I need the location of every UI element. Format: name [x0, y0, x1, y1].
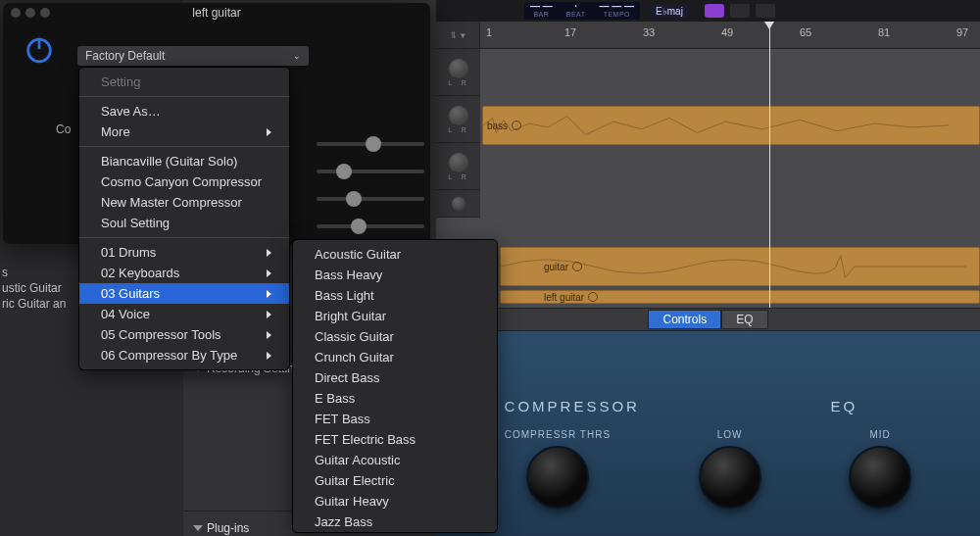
ruler-controls[interactable]: ⥮ ▾	[436, 22, 480, 48]
pan-knob[interactable]	[449, 59, 468, 78]
lr-label: L R	[448, 173, 468, 180]
menu-more[interactable]: More	[79, 122, 289, 142]
submenu-item[interactable]: FET Electric Bass	[293, 429, 497, 450]
bar-number: 33	[643, 26, 655, 38]
window-traffic-lights[interactable]	[11, 8, 50, 18]
track-header[interactable]: L R	[436, 96, 480, 143]
menu-recent-item[interactable]: New Master Compressor	[79, 192, 289, 213]
submenu-item[interactable]: Bass Light	[293, 285, 497, 306]
bar-number: 97	[956, 26, 968, 38]
tab-eq[interactable]: EQ	[721, 310, 767, 329]
loop-icon	[588, 292, 598, 302]
audio-region-guitar[interactable]: guitar	[500, 247, 980, 286]
chevron-down-icon: ⌄	[293, 51, 301, 61]
submenu-item[interactable]: Guitar Heavy	[293, 491, 497, 512]
track-header[interactable]	[436, 190, 480, 218]
menu-separator	[79, 96, 289, 97]
section-title: Plug-ins	[207, 521, 249, 535]
submenu-item[interactable]: Bass Heavy	[293, 265, 497, 285]
plugin-sliders	[317, 119, 424, 252]
chevron-right-icon	[267, 331, 271, 339]
submenu-item[interactable]: E Bass	[293, 388, 497, 409]
menu-category[interactable]: 02 Keyboards	[79, 263, 289, 283]
ruler-numbers: 1 17 33 49 65 81 97	[480, 22, 980, 48]
menu-category[interactable]: 01 Drums	[79, 242, 289, 263]
toolbar-button[interactable]	[730, 4, 750, 18]
track-item[interactable]: s	[2, 265, 71, 280]
eq-low-knob[interactable]	[699, 446, 761, 509]
window-title: left guitar	[3, 3, 430, 23]
chevron-right-icon	[267, 249, 271, 257]
waveform	[483, 107, 949, 144]
bar-number: 17	[564, 26, 576, 38]
knob-label: LOW	[717, 429, 743, 440]
toolbar-button[interactable]	[756, 4, 775, 18]
lr-label: L R	[448, 126, 468, 133]
editor-tabs: Controls EQ	[436, 308, 980, 331]
pan-knob[interactable]	[449, 153, 468, 172]
menu-category[interactable]: 04 Voice	[79, 304, 289, 324]
power-button[interactable]	[23, 32, 56, 66]
tab-controls[interactable]: Controls	[648, 310, 721, 329]
slider[interactable]	[317, 224, 424, 228]
submenu-item[interactable]: Direct Bass	[293, 367, 497, 388]
key-signature[interactable]: E♭maj	[650, 5, 689, 18]
submenu-item[interactable]: Classic Guitar	[293, 326, 497, 347]
menu-category[interactable]: 05 Compressor Tools	[79, 324, 289, 345]
slider[interactable]	[317, 142, 424, 146]
menu-recent-item[interactable]: Biancaville (Guitar Solo)	[79, 151, 289, 171]
bar-number: 49	[721, 26, 733, 38]
slider[interactable]	[317, 170, 424, 173]
submenu-item[interactable]: Bright Guitar	[293, 306, 497, 326]
slider[interactable]	[317, 197, 424, 201]
eq-mid-knob[interactable]	[849, 446, 911, 509]
transport-bar: — —BAR ·BEAT — — —TEMPO E♭maj	[436, 0, 980, 22]
knob-label: MID	[870, 429, 891, 440]
chevron-right-icon	[267, 311, 271, 318]
chevron-right-icon	[267, 128, 271, 136]
bar-number: 81	[878, 26, 890, 38]
toolbar-button[interactable]	[705, 4, 724, 18]
preset-menu[interactable]: Setting Save As… More Biancaville (Guita…	[78, 67, 290, 370]
menu-save-as[interactable]: Save As…	[79, 101, 289, 122]
knob-label: COMPRESSR THRS	[505, 429, 611, 440]
track-header[interactable]: L R	[436, 49, 480, 96]
submenu-item[interactable]: FET Bass	[293, 409, 497, 429]
submenu-item[interactable]: Jazz Bass	[293, 512, 497, 532]
audio-region-bass[interactable]: bass	[482, 106, 980, 145]
pan-knob[interactable]	[452, 197, 466, 211]
lcd-display[interactable]: — —BAR ·BEAT — — —TEMPO	[524, 2, 640, 20]
menu-recent-item[interactable]: Cosmo Canyon Compressor	[79, 171, 289, 192]
arrange-area: — —BAR ·BEAT — — —TEMPO E♭maj ⥮ ▾ 1 17 3…	[436, 0, 980, 536]
chevron-down-icon	[193, 525, 203, 531]
track-item[interactable]: ric Guitar an	[2, 296, 71, 312]
preset-selector[interactable]: Factory Default ⌄	[77, 46, 309, 66]
menu-separator	[79, 146, 289, 147]
submenu-item[interactable]: Guitar Electric	[293, 470, 497, 491]
track-header[interactable]: L R	[436, 143, 480, 190]
submenu-item[interactable]: Crunch Guitar	[293, 347, 497, 367]
submenu-item[interactable]: Light Bass Comp	[293, 532, 497, 536]
chevron-right-icon	[267, 290, 271, 298]
compressor-threshold-knob[interactable]	[526, 446, 589, 509]
submenu-item[interactable]: Guitar Acoustic	[293, 450, 497, 470]
pan-knob[interactable]	[449, 106, 468, 125]
chevron-right-icon	[267, 352, 271, 360]
region-name: left guitar	[544, 292, 584, 303]
menu-category[interactable]: 06 Compressor By Type	[79, 345, 289, 365]
track-item[interactable]: ustic Guitar	[2, 280, 71, 296]
chevron-right-icon	[267, 269, 271, 277]
eq-title: EQ	[709, 398, 981, 414]
waveform	[501, 248, 966, 285]
menu-category-selected[interactable]: 03 Guitars	[79, 283, 289, 304]
tempo-label: TEMPO	[604, 11, 630, 19]
menu-separator	[79, 237, 289, 238]
menu-recent-item[interactable]: Soul Setting	[79, 213, 289, 233]
smart-controls-panel: COMPRESSOR EQ COMPRESSR THRS LOW MID	[436, 331, 980, 536]
bar-number: 65	[800, 26, 811, 38]
bar-ruler[interactable]: ⥮ ▾ 1 17 33 49 65 81 97	[436, 22, 980, 49]
submenu-item[interactable]: Acoustic Guitar	[293, 244, 497, 265]
audio-region-left-guitar[interactable]: left guitar	[500, 290, 980, 304]
preset-submenu[interactable]: Acoustic GuitarBass HeavyBass LightBrigh…	[292, 239, 498, 533]
bar-number: 1	[486, 26, 492, 38]
